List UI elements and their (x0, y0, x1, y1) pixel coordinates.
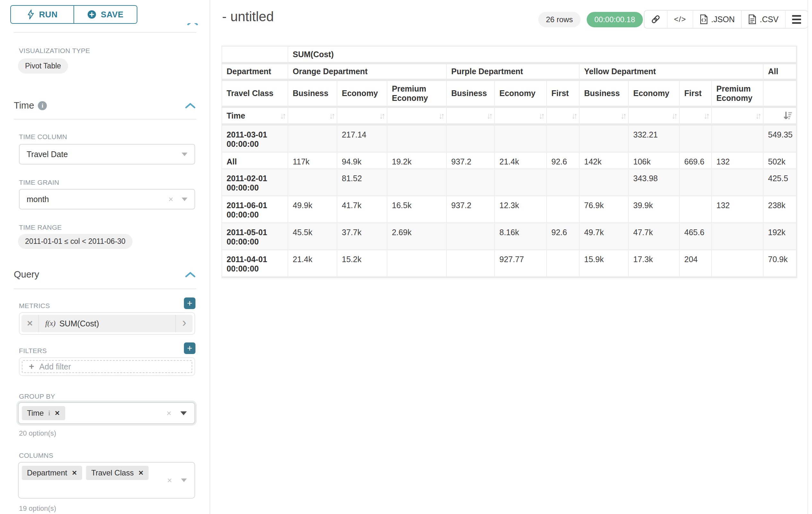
group-by-select[interactable]: Timei✕ × (18, 402, 195, 424)
remove-metric-icon[interactable]: ✕ (22, 315, 39, 332)
sort-toggle-icon[interactable]: ↓↑ (571, 111, 576, 121)
columns-select[interactable]: Department✕Travel Class✕ × (18, 462, 195, 498)
visualization-type-pill[interactable]: Pivot Table (18, 58, 68, 74)
sort-descending-active-icon[interactable] (783, 110, 793, 121)
pivot-cell (680, 126, 712, 153)
pivot-cell: 132 (712, 153, 763, 169)
pivot-class-header: Business (288, 81, 337, 108)
remove-tag-icon[interactable]: ✕ (55, 409, 60, 417)
pivot-cell: 17.3k (629, 250, 680, 277)
pivot-row-label: All (222, 153, 288, 169)
collapse-chevron-icon[interactable] (184, 271, 196, 278)
add-filter-button[interactable]: + Add filter (22, 360, 192, 373)
share-link-button[interactable] (644, 10, 667, 28)
pivot-metric-header: SUM(Cost) (288, 47, 796, 64)
pivot-cell: 238k (763, 196, 796, 223)
export-csv-button[interactable]: .CSV (741, 10, 785, 28)
pivot-class-header: Premium Economy (387, 81, 447, 108)
plus-icon: + (29, 362, 34, 371)
pivot-cell: 12.3k (495, 196, 547, 223)
group-by-options-hint: 20 option(s) (19, 429, 56, 437)
metric-pill[interactable]: ✕ f(x) SUM(Cost) › (22, 315, 193, 332)
chevron-up-icon (186, 23, 199, 26)
dimension-tag-label: Time (27, 409, 44, 417)
pivot-department-header: Purple Department (447, 64, 580, 81)
sort-toggle-icon[interactable]: ↓↑ (755, 111, 760, 121)
sort-toggle-icon[interactable]: ↓↑ (438, 111, 443, 121)
sort-toggle-icon[interactable]: ↓↑ (703, 111, 708, 121)
pivot-department-header: All (763, 64, 796, 81)
metric-container: ✕ f(x) SUM(Cost) › (19, 312, 195, 335)
time-grain-value: month (27, 195, 49, 204)
pivot-cell: 142k (580, 153, 629, 169)
metric-main: f(x) SUM(Cost) (39, 315, 175, 332)
pivot-cell: 45.5k (288, 223, 337, 250)
dimension-tag[interactable]: Department✕ (22, 466, 82, 480)
clear-icon[interactable]: × (169, 194, 173, 204)
pivot-cell: 37.7k (337, 223, 387, 250)
sort-toggle-icon[interactable]: ↓↑ (379, 111, 383, 121)
sort-toggle-icon[interactable]: ↓↑ (280, 111, 284, 121)
collapse-chevron-icon[interactable] (184, 102, 196, 109)
clear-icon[interactable]: × (167, 408, 171, 418)
pivot-cell (712, 169, 763, 196)
chevron-down-icon (182, 153, 187, 156)
explore-page: Chart Type RUN SAVE VISUALIZATION TYPE P… (0, 0, 812, 514)
pivot-cell: 549.35 (763, 126, 796, 153)
pivot-cell: 927.77 (495, 250, 547, 277)
add-filter-plus-button[interactable]: + (184, 343, 196, 354)
run-label: RUN (39, 10, 58, 20)
more-menu-button[interactable] (785, 10, 808, 28)
pivot-cell (712, 223, 763, 250)
remove-tag-icon[interactable]: ✕ (138, 469, 144, 477)
time-section-header: Time i (14, 100, 196, 111)
function-icon: f(x) (45, 319, 56, 328)
time-grain-select[interactable]: month × (19, 189, 195, 210)
pivot-cell (288, 169, 337, 196)
sort-toggle-icon[interactable]: ↓↑ (487, 111, 491, 121)
scrollbar-track[interactable] (808, 0, 808, 514)
time-column-value: Travel Date (27, 150, 68, 159)
pivot-cell: 332.21 (629, 126, 680, 153)
pivot-department-dimension-label: Department (222, 64, 288, 81)
pivot-cell: 2.69k (387, 223, 447, 250)
sort-toggle-icon[interactable]: ↓↑ (539, 111, 543, 121)
pivot-sort-cell: ↓↑ (629, 108, 680, 126)
query-timer-badge: 00:00:00.18 (587, 12, 643, 27)
dimension-tag[interactable]: Travel Class✕ (86, 466, 149, 480)
metrics-label: METRICS (19, 302, 50, 310)
file-lines-icon (748, 15, 756, 24)
pivot-cell (547, 196, 580, 223)
divider (14, 32, 196, 33)
expand-metric-icon[interactable]: › (175, 315, 193, 332)
sort-toggle-icon[interactable]: ↓↑ (329, 111, 334, 121)
pivot-class-header: Economy (495, 81, 547, 108)
add-metric-button[interactable]: + (184, 297, 196, 309)
chart-title[interactable]: - untitled (222, 9, 274, 24)
pivot-sort-cell: ↓↑ (547, 108, 580, 126)
pivot-cell: 49.9k (288, 196, 337, 223)
sort-toggle-icon[interactable]: ↓↑ (671, 111, 676, 121)
info-icon: i (38, 101, 47, 110)
pivot-cell: 15.9k (580, 250, 629, 277)
chevron-down-icon (182, 197, 187, 201)
clear-icon[interactable]: × (167, 476, 172, 485)
run-button[interactable]: RUN (11, 6, 74, 23)
pivot-sort-cell: ↓↑ (580, 108, 629, 126)
time-column-select[interactable]: Travel Date (19, 144, 195, 164)
pivot-cell (447, 126, 495, 153)
time-range-pill[interactable]: 2011-01-01 ≤ col < 2011-06-30 (18, 234, 133, 249)
view-query-button[interactable]: </> (667, 10, 693, 28)
pivot-class-header: First (680, 81, 712, 108)
remove-tag-icon[interactable]: ✕ (71, 469, 77, 477)
pivot-cell (680, 196, 712, 223)
pivot-cell: 192k (763, 223, 796, 250)
dimension-tag[interactable]: Timei✕ (22, 406, 65, 420)
sort-toggle-icon[interactable]: ↓↑ (620, 111, 625, 121)
pivot-cell (447, 169, 495, 196)
export-json-button[interactable]: .JSON (693, 10, 742, 28)
save-button[interactable]: SAVE (74, 6, 137, 23)
pivot-cell (387, 126, 447, 153)
pivot-sort-cell: ↓↑ (337, 108, 387, 126)
run-save-button-group: RUN SAVE (10, 5, 137, 24)
